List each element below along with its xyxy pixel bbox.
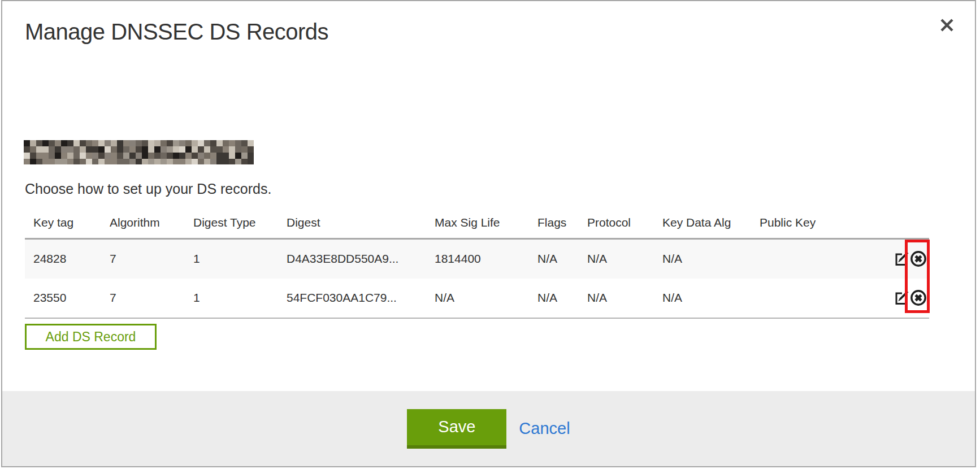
table-body: 2482871D4A33E8DD550A9...1814400N/AN/AN/A…	[25, 239, 929, 318]
cell-max-sig-life: N/A	[426, 279, 529, 318]
cell-algorithm: 7	[101, 279, 185, 318]
instruction-text: Choose how to set up your DS records.	[25, 181, 271, 197]
column-header-actions	[877, 209, 929, 239]
column-header: Max Sig Life	[426, 209, 529, 239]
cell-flags: N/A	[529, 239, 579, 279]
save-button[interactable]: Save	[407, 409, 506, 449]
table-row: 235507154FCF030AA1C79...N/AN/AN/AN/A	[25, 279, 929, 318]
ds-records-table: Key tagAlgorithmDigest TypeDigestMax Sig…	[25, 209, 929, 319]
row-actions	[877, 279, 929, 318]
cell-key-data-alg: N/A	[654, 279, 751, 318]
table-row: 2482871D4A33E8DD550A9...1814400N/AN/AN/A	[25, 239, 929, 279]
column-header: Digest Type	[185, 209, 278, 239]
manage-dnssec-ds-records-dialog: Manage DNSSEC DS Records Choose how to s…	[1, 0, 976, 467]
delete-record-icon[interactable]	[909, 250, 927, 268]
row-actions	[877, 239, 929, 279]
cell-public-key	[751, 239, 877, 279]
column-header: Digest	[278, 209, 426, 239]
cell-key-data-alg: N/A	[654, 239, 751, 279]
column-header: Public Key	[751, 209, 877, 239]
ds-records-table-wrap: Key tagAlgorithmDigest TypeDigestMax Sig…	[25, 209, 929, 319]
cancel-link[interactable]: Cancel	[519, 419, 570, 438]
column-header: Flags	[529, 209, 579, 239]
cell-digest-type: 1	[185, 279, 278, 318]
cell-digest: 54FCF030AA1C79...	[278, 279, 426, 318]
cell-digest-type: 1	[185, 239, 278, 279]
add-ds-record-button[interactable]: Add DS Record	[25, 324, 157, 350]
edit-record-icon[interactable]	[893, 290, 909, 306]
column-header: Key Data Alg	[654, 209, 751, 239]
cell-protocol: N/A	[579, 279, 654, 318]
delete-record-icon[interactable]	[909, 289, 927, 307]
dialog-footer: Save Cancel	[2, 391, 975, 466]
cell-public-key	[751, 279, 877, 318]
column-header: Key tag	[25, 209, 101, 239]
cell-flags: N/A	[529, 279, 579, 318]
cell-key-tag: 24828	[25, 239, 101, 279]
cell-digest: D4A33E8DD550A9...	[278, 239, 426, 279]
column-header: Algorithm	[101, 209, 185, 239]
cell-algorithm: 7	[101, 239, 185, 279]
table-header-row: Key tagAlgorithmDigest TypeDigestMax Sig…	[25, 209, 929, 239]
cell-protocol: N/A	[579, 239, 654, 279]
column-header: Protocol	[579, 209, 654, 239]
dialog-title: Manage DNSSEC DS Records	[25, 18, 328, 45]
edit-record-icon[interactable]	[893, 251, 909, 267]
x-glyph	[939, 18, 955, 33]
redacted-domain-name	[24, 140, 254, 164]
cell-max-sig-life: 1814400	[426, 239, 529, 279]
cell-key-tag: 23550	[25, 279, 101, 318]
close-icon[interactable]	[935, 14, 958, 36]
